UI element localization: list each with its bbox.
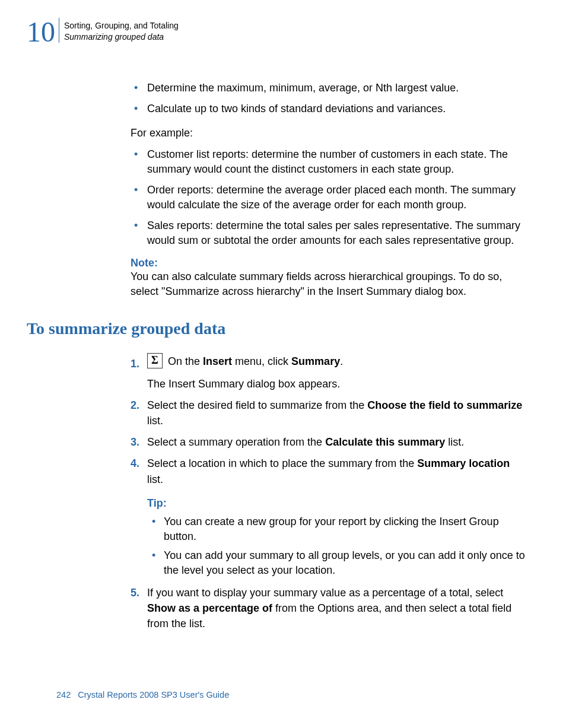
page-footer: 242Crystal Reports 2008 SP3 User's Guide (56, 690, 229, 700)
step-bold: Calculate this summary (325, 436, 445, 448)
content-area: Determine the maximum, minimum, average,… (131, 81, 527, 631)
step-5: If you want to display your summary valu… (131, 585, 527, 631)
step-2: Select the desired field to summarize fr… (131, 398, 527, 428)
chapter-number: 10 (27, 18, 55, 46)
step-3: Select a summary operation from the Calc… (131, 434, 527, 450)
step-text: list. (147, 473, 163, 485)
step-text: . (340, 355, 343, 367)
page-header: 10 Sorting, Grouping, and Totaling Summa… (27, 18, 527, 46)
step-bold: Summary (291, 355, 340, 367)
section-heading: To summarize grouped data (27, 319, 527, 338)
step-bold: Summary location (417, 457, 510, 469)
step-text: Select a summary operation from the (147, 436, 325, 448)
step-1: Σ On the Insert menu, click Summary. The… (131, 354, 527, 392)
step-text: On the (165, 355, 203, 367)
footer-title: Crystal Reports 2008 SP3 User's Guide (78, 690, 229, 700)
step-bold: Choose the field to summarize (367, 399, 522, 411)
step-sub: The Insert Summary dialog box appears. (147, 377, 527, 392)
tip-bullets: You can create a new group for your repo… (147, 514, 527, 578)
steps-list: Σ On the Insert menu, click Summary. The… (131, 354, 527, 631)
step-bold: Insert (203, 355, 232, 367)
step-text: If you want to display your summary valu… (147, 587, 503, 599)
step-text: list. (445, 436, 464, 448)
note-body: You can also calculate summary fields ac… (131, 269, 527, 299)
step-4: Select a location in which to place the … (131, 456, 527, 578)
page: 10 Sorting, Grouping, and Totaling Summa… (0, 0, 566, 728)
page-number: 242 (56, 690, 71, 700)
list-item: Customer list reports: determine the num… (131, 147, 527, 177)
note-label: Note: (131, 257, 527, 269)
header-text: Sorting, Grouping, and Totaling Summariz… (59, 18, 179, 43)
example-bullets: Customer list reports: determine the num… (131, 147, 527, 247)
step-text: Select a location in which to place the … (147, 457, 417, 469)
step-text: list. (147, 415, 163, 427)
tip-label: Tip: (147, 495, 527, 511)
step-text: Select the desired field to summarize fr… (147, 399, 367, 411)
for-example-label: For example: (131, 126, 527, 141)
step-text: menu, click (232, 355, 291, 367)
header-subtitle: Summarizing grouped data (64, 31, 179, 43)
step-bold: Show as a percentage of (147, 602, 272, 614)
header-title: Sorting, Grouping, and Totaling (64, 20, 179, 31)
list-item: Order reports: determine the average ord… (131, 183, 527, 212)
list-item: Calculate up to two kinds of standard de… (131, 101, 527, 116)
sigma-icon: Σ (147, 353, 163, 368)
list-item: Sales reports: determine the total sales… (131, 218, 527, 248)
list-item: Determine the maximum, minimum, average,… (131, 81, 527, 96)
list-item: You can create a new group for your repo… (147, 514, 527, 544)
list-item: You can add your summary to all group le… (147, 548, 527, 578)
intro-bullets: Determine the maximum, minimum, average,… (131, 81, 527, 116)
